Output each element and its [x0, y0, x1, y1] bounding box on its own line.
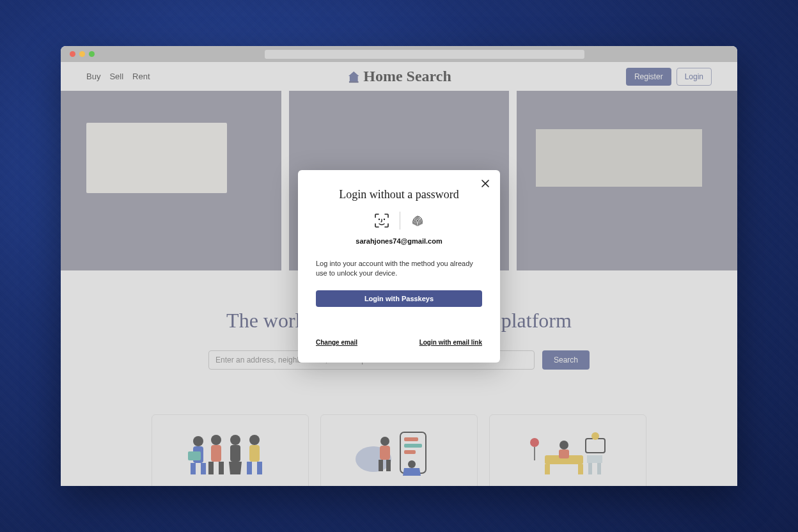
svg-point-37 — [378, 219, 379, 220]
modal-email: sarahjones74@gmail.com — [316, 237, 482, 245]
change-email-link[interactable]: Change email — [316, 339, 357, 346]
modal-footer-links: Change email Login with email link — [316, 339, 482, 346]
browser-window: Buy Sell Rent Home Search Register Login… — [61, 46, 737, 486]
vertical-divider — [400, 212, 400, 230]
modal-description: Log into your account with the method yo… — [316, 259, 482, 279]
login-modal: Login without a password — [298, 170, 500, 363]
close-icon[interactable] — [480, 178, 491, 189]
svg-point-38 — [383, 219, 384, 220]
window-close-dot[interactable] — [70, 51, 75, 57]
login-passkeys-button[interactable]: Login with Passkeys — [316, 290, 482, 307]
url-bar[interactable] — [265, 50, 584, 59]
login-email-link[interactable]: Login with email link — [419, 339, 482, 346]
auth-method-icons — [316, 212, 482, 230]
window-maximize-dot[interactable] — [89, 51, 95, 57]
faceid-icon — [373, 212, 391, 230]
page-content: Buy Sell Rent Home Search Register Login… — [61, 62, 737, 486]
browser-tabbar — [61, 46, 737, 62]
modal-title: Login without a password — [316, 188, 482, 201]
window-minimize-dot[interactable] — [79, 51, 85, 57]
fingerprint-icon — [409, 212, 426, 229]
